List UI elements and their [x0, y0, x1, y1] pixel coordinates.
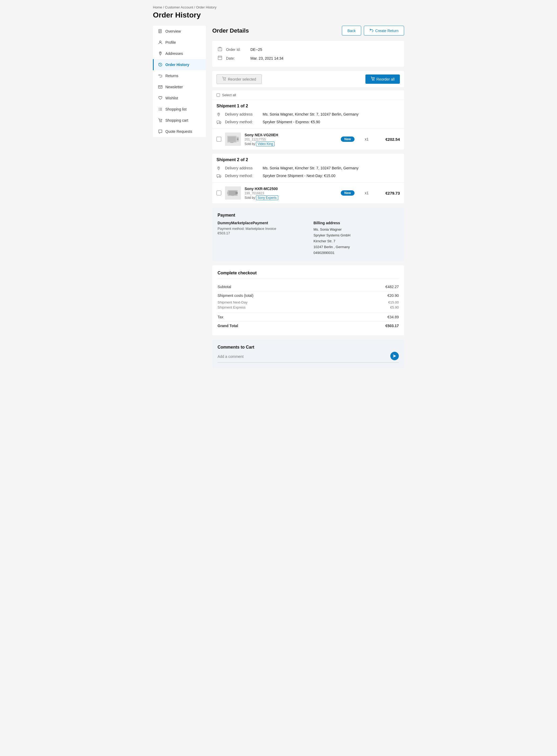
reorder-selected-button[interactable]: Reorder selected — [216, 74, 262, 84]
sidebar-item-profile[interactable]: Profile — [153, 37, 206, 48]
sidebar-item-order-history[interactable]: Order History — [153, 59, 206, 70]
back-button[interactable]: Back — [342, 26, 361, 35]
svg-point-14 — [160, 121, 160, 122]
shipment-1-method-row: Delivery method: Spryker Shipment - Expr… — [216, 119, 400, 126]
svg-rect-18 — [218, 56, 222, 60]
svg-point-4 — [159, 41, 161, 42]
order-date-row: Date: Mar. 23, 2021 14:34 — [217, 54, 399, 63]
header-buttons: Back Create Return — [342, 26, 404, 35]
payment-inner: DummyMarketplacePayment Payment method: … — [217, 221, 399, 256]
svg-rect-34 — [230, 142, 233, 143]
shipment-1-title: Shipment 1 of 2 — [212, 100, 404, 111]
product-row-1: Sony NEX-VG20EH 201_11217755 Sold by Vid… — [212, 128, 404, 149]
billing-name: Ms. Sonia Wagner — [314, 227, 342, 231]
truck-icon-s1 — [216, 120, 222, 125]
order-id-value: DE--25 — [251, 48, 262, 52]
product-1-name: Sony NEX-VG20EH — [244, 133, 337, 137]
shipment-costs-row: Shipment costs (total) €20.90 — [217, 291, 399, 300]
select-all-label[interactable]: Select all — [222, 93, 236, 97]
select-all-checkbox[interactable] — [216, 93, 220, 97]
payment-method-title: DummyMarketplacePayment — [217, 221, 303, 225]
sidebar-label-shopping-list: Shopping list — [165, 107, 186, 111]
comments-title: Comments to Cart — [217, 345, 399, 350]
product-1-qty: x1 — [364, 137, 369, 141]
comments-card: Comments to Cart — [212, 340, 404, 368]
billing-details: Ms. Sonia Wagner Spryker Systems GmbH Ki… — [314, 227, 399, 256]
product-2-name: Sony HXR-MC2500 — [244, 186, 337, 191]
billing-company: Spryker Systems GmbH — [314, 233, 350, 237]
breadcrumb-current: Order History — [196, 5, 216, 9]
tax-label: Tax — [217, 315, 224, 319]
product-1-info: Sony NEX-VG20EH 201_11217755 Sold by Vid… — [244, 133, 337, 146]
sidebar-item-shopping-cart[interactable]: Shopping cart — [153, 115, 206, 126]
product-1-seller-link[interactable]: Video King — [256, 142, 274, 146]
sidebar-item-shopping-list[interactable]: Shopping list — [153, 104, 206, 115]
billing-title: Billing address — [314, 221, 399, 225]
svg-rect-27 — [217, 121, 220, 123]
reorder-all-label: Reorder all — [377, 77, 394, 81]
sidebar-item-quote-requests[interactable]: Quote Requests — [153, 126, 206, 137]
shipment-costs-value: €20.90 — [387, 293, 399, 298]
package-icon — [217, 47, 223, 52]
shipment-1-address-label: Delivery address — [225, 112, 259, 116]
sidebar-label-overview: Overview — [165, 29, 181, 33]
create-return-button[interactable]: Create Return — [364, 26, 404, 35]
sidebar-item-returns[interactable]: Returns — [153, 70, 206, 81]
payment-title: Payment — [217, 213, 399, 217]
tax-row: Tax €34.89 — [217, 313, 399, 322]
sidebar-item-addresses[interactable]: Addresses — [153, 48, 206, 59]
order-details-header: Order Details Back Create Return — [212, 26, 404, 35]
payment-right: Billing address Ms. Sonia Wagner Spryker… — [314, 221, 399, 256]
shipment-2-address-label: Delivery address — [225, 166, 259, 170]
shipment-nextday-row: Shipment Next-Day €15.00 — [217, 300, 399, 305]
shipment-2-address-value: Ms. Sonia Wagner, Kirncher Str. 7, 10247… — [263, 166, 358, 170]
shipment-2-address-row: Delivery address Ms. Sonia Wagner, Kirnc… — [216, 165, 400, 173]
svg-point-41 — [236, 192, 238, 194]
shipment-1-method-value: Spryker Shipment - Express: €5.90 — [263, 120, 320, 124]
reorder-bar: Reorder selected Reorder all — [212, 71, 404, 87]
calendar-icon — [217, 55, 223, 61]
breadcrumb-home[interactable]: Home — [153, 5, 162, 9]
subtotal-row: Subtotal €482.27 — [217, 283, 399, 291]
sidebar: Overview Profile — [153, 26, 206, 137]
truck-icon-s2 — [216, 174, 222, 179]
cart-icon-all — [371, 77, 375, 82]
breadcrumb-customer-account[interactable]: Customer Account — [165, 5, 193, 9]
product-2-badge: New — [341, 190, 355, 196]
product-2-seller-link[interactable]: Sony Experts — [256, 195, 278, 200]
svg-rect-16 — [218, 48, 222, 51]
return-arrow-icon — [370, 28, 374, 33]
svg-point-29 — [220, 123, 221, 124]
product-row-2: Sony HXR-MC2500 199_7016823 Sold by Sony… — [212, 182, 404, 203]
comments-input[interactable] — [217, 353, 399, 360]
svg-point-22 — [224, 80, 224, 80]
date-label: Date: — [226, 56, 247, 60]
payment-card: Payment DummyMarketplacePayment Payment … — [212, 208, 404, 261]
product-2-checkbox[interactable] — [216, 191, 221, 195]
sidebar-item-overview[interactable]: Overview — [153, 26, 206, 37]
sidebar-item-newsletter[interactable]: Newsletter — [153, 81, 206, 92]
product-2-seller: Sold by Sony Experts — [244, 196, 337, 200]
product-1-sku: 201_11217755 — [244, 138, 337, 141]
select-all-bar: Select all — [212, 90, 404, 100]
billing-phone: 04902890031 — [314, 251, 335, 255]
shipment-2-method-value: Spryker Drone Shipment - Next-Day: €15.0… — [263, 174, 335, 178]
mail-icon — [158, 85, 163, 89]
payment-amount: €503.17 — [217, 231, 303, 235]
billing-city: 10247 Berlin , Germany — [314, 245, 350, 249]
sidebar-label-wishlist: Wishlist — [165, 96, 178, 100]
reorder-all-button[interactable]: Reorder all — [365, 75, 400, 84]
product-1-image — [225, 133, 241, 146]
sidebar-item-wishlist[interactable]: Wishlist — [153, 92, 206, 104]
product-1-checkbox[interactable] — [216, 137, 221, 142]
product-2-sku: 199_7016823 — [244, 192, 337, 195]
svg-rect-36 — [217, 175, 220, 177]
shipment-2-method-row: Delivery method: Spryker Drone Shipment … — [216, 173, 400, 180]
svg-point-24 — [372, 80, 373, 80]
sidebar-label-addresses: Addresses — [165, 52, 183, 56]
product-2-price: €279.73 — [379, 191, 400, 195]
product-1-price: €202.54 — [379, 137, 400, 142]
svg-point-23 — [225, 80, 226, 80]
cart-icon-reorder — [222, 77, 226, 82]
shipment-1-address-row: Delivery address Ms. Sonia Wagner, Kirnc… — [216, 111, 400, 119]
